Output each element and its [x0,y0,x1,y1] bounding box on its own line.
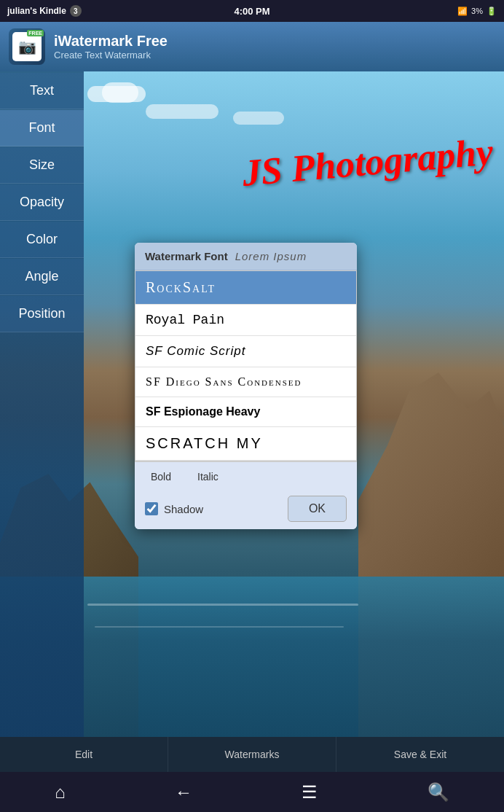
app-title: iWatermark Free [54,33,168,50]
sidebar-item-opacity[interactable]: Opacity [0,184,84,221]
font-dialog-preview: Lorem Ipsum [235,250,307,262]
font-dialog-title: Watermark Font [145,250,228,262]
back-icon[interactable]: ← [169,776,198,808]
font-item-royalpain[interactable]: Royal Pain [135,305,356,336]
sidebar-item-angle[interactable]: Angle [0,259,84,295]
wave-1 [87,604,358,606]
bold-button[interactable]: Bold [145,468,177,485]
app-title-block: iWatermark Free Create Text Watermark [54,33,168,60]
status-bar: julian's Kindle 3 4:00 PM 📶 3% 🔋 [0,0,504,22]
home-icon[interactable]: ⌂ [49,776,71,808]
status-time: 4:00 PM [234,6,269,17]
wifi-icon: 📶 [457,7,468,16]
app-header: 📷 FREE iWatermark Free Create Text Water… [0,22,504,71]
shadow-checkbox[interactable] [145,502,158,515]
device-name: julian's Kindle [7,6,66,16]
app-subtitle: Create Text Watermark [54,50,168,60]
font-name-scratchmy: Scratch My [146,435,263,451]
app-icon: 📷 FREE [9,28,45,65]
font-dialog-header: Watermark Font Lorem Ipsum [135,243,357,270]
font-item-sfespionage[interactable]: SF Espionage Heavy [135,397,356,427]
notification-badge: 3 [70,5,82,17]
cloud-3 [146,104,218,119]
cloud-2 [102,82,138,103]
menu-icon[interactable]: ☰ [296,776,323,808]
shadow-label: Shadow [164,503,203,515]
battery-percent: 3% [471,7,483,15]
free-tag: FREE [27,30,44,36]
sidebar-item-text[interactable]: Text [0,73,84,109]
font-options-row: Bold Italic [135,461,357,491]
device-info: julian's Kindle 3 [7,5,82,17]
font-name-rocksalt: RockSalt [146,279,216,295]
sidebar: Text Font Size Opacity Color Angle Posit… [0,71,84,737]
font-item-sfcomic[interactable]: SF Comic Script [135,336,356,367]
font-name-royalpain: Royal Pain [146,313,224,327]
tab-edit[interactable]: Edit [0,737,168,772]
tab-watermarks[interactable]: Watermarks [168,737,336,772]
wave-2 [95,626,344,628]
font-name-sfdiego: SF Diego Sans Condensed [146,375,302,388]
italic-button[interactable]: Italic [192,468,224,485]
app-icon-inner: 📷 [12,32,42,61]
ok-button[interactable]: OK [288,496,347,522]
sidebar-item-size[interactable]: Size [0,147,84,184]
search-icon[interactable]: 🔍 [422,776,455,808]
cloud-4 [233,112,284,125]
font-list: RockSalt Royal Pain SF Comic Script SF D… [135,270,357,461]
tab-save-exit[interactable]: Save & Exit [336,737,504,772]
status-right: 📶 3% 🔋 [457,7,497,16]
font-item-rocksalt[interactable]: RockSalt [135,271,356,305]
nav-bar: ⌂ ← ☰ 🔍 [0,772,504,812]
watermark-overlay-text: JS Photography [240,130,495,195]
sidebar-item-font[interactable]: Font [0,110,84,147]
font-name-sfespionage: SF Espionage Heavy [146,405,260,418]
main-content: JS Photography Text Font Size Opacity Co… [0,71,504,737]
font-name-sfcomic: SF Comic Script [146,344,246,358]
font-item-sfdiego[interactable]: SF Diego Sans Condensed [135,367,356,397]
shadow-row: Shadow OK [135,491,357,529]
battery-icon: 🔋 [487,7,497,16]
font-item-scratchmy[interactable]: Scratch My [135,427,356,461]
bottom-tab-bar: Edit Watermarks Save & Exit [0,737,504,772]
sidebar-item-position[interactable]: Position [0,296,84,332]
font-dialog: Watermark Font Lorem Ipsum RockSalt Roya… [135,243,357,529]
sidebar-item-color[interactable]: Color [0,222,84,258]
